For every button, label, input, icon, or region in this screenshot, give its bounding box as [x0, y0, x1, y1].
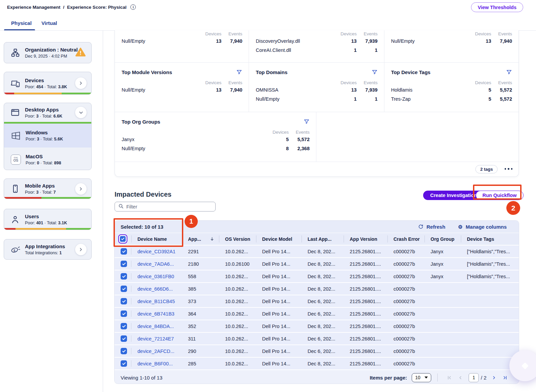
manage-columns-button[interactable]: ⚙ Manage columns — [458, 224, 507, 230]
ellipsis-icon[interactable] — [505, 168, 513, 170]
panel-row: Null/Empty137,940 — [122, 36, 242, 45]
table-row[interactable]: device_0361FB0 558 10.0.262... Dell Pro … — [115, 270, 519, 282]
row-checkbox[interactable] — [121, 298, 127, 304]
table-row[interactable]: device_CD392A1 2291 10.0.262... Dell Pro… — [115, 245, 519, 257]
impacted-devices-title: Impacted Devices — [115, 191, 171, 198]
device-name-link[interactable]: device_B6F00... — [137, 361, 173, 366]
svg-text:$: $ — [13, 248, 15, 252]
chevron-right-icon[interactable] — [75, 244, 87, 255]
select-all-checkbox[interactable] — [118, 234, 127, 243]
tags-button[interactable]: 2 tags — [475, 165, 498, 173]
first-page-button[interactable] — [447, 375, 452, 380]
filter-input[interactable] — [126, 204, 212, 209]
users-title: Users — [25, 214, 39, 219]
cell-org-group — [424, 283, 461, 295]
breadcrumb-experience-management[interactable]: Experience Management — [7, 5, 60, 10]
table-row[interactable]: device_84BDA... 352 10.0.262... Dell Pro… — [115, 320, 519, 332]
devices-stats: Poor: 454 · Total: 3.8K — [25, 85, 70, 89]
table-row[interactable]: device_B6F00... 285 10.0.262... Dell Pro… — [115, 357, 519, 369]
panel-crash-summary-2: DevicesEvents DiscoveryOverlay.dll137,93… — [249, 30, 384, 62]
chevron-right-icon[interactable] — [75, 183, 87, 195]
create-investigation-button[interactable]: Create Investigation — [423, 191, 484, 200]
tab-virtual[interactable]: Virtual — [41, 20, 57, 26]
table-header-row: Device Name App... OS Version Device Mod… — [115, 233, 519, 245]
row-checkbox[interactable] — [121, 323, 127, 329]
previous-page-button[interactable] — [458, 375, 463, 380]
filter-icon[interactable] — [372, 69, 378, 75]
cell-device-model: Dell Pro 14... — [256, 345, 302, 357]
column-header-app-version[interactable]: App Version — [344, 233, 387, 245]
cell-org-group — [424, 320, 461, 332]
cell-crash-error: c000027b — [387, 345, 424, 357]
chevron-down-icon[interactable] — [75, 107, 87, 118]
table-toolbar: Selected: 10 of 13 Refresh ⚙ Manage colu… — [115, 221, 519, 233]
device-name-link[interactable]: device_CD392A1 — [137, 249, 176, 254]
row-checkbox[interactable] — [121, 348, 127, 354]
experience-management-page: Experience Management / Experience Score… — [0, 0, 536, 392]
column-header-device-tags[interactable]: Device Tags — [461, 233, 519, 245]
row-checkbox[interactable] — [121, 311, 127, 317]
column-header-device-model[interactable]: Device Model — [256, 233, 302, 245]
row-checkbox[interactable] — [121, 335, 127, 342]
device-name-link[interactable]: device_0361FB0 — [137, 274, 174, 279]
table-row[interactable]: device_6B741B3 364 10.0.262... Dell Pro … — [115, 307, 519, 320]
page-input[interactable]: 1 — [469, 373, 479, 382]
row-checkbox[interactable] — [121, 286, 127, 292]
column-header-crash-error[interactable]: Crash Error — [387, 233, 424, 245]
device-name-link[interactable]: device_84BDA... — [137, 324, 174, 329]
organization-card[interactable]: Organization : Neutral Dec 9, 2025 · 4:0… — [4, 42, 92, 63]
cell-crash-error: c000027b — [387, 270, 424, 282]
table-row[interactable]: device_72124E7 311 10.0.262... Dell Pro … — [115, 332, 519, 345]
sort-descending-icon[interactable] — [210, 236, 214, 241]
filter-icon[interactable] — [304, 119, 310, 125]
filter-icon[interactable] — [236, 69, 242, 75]
table-row[interactable]: device_B11CB45 373 10.0.262... Dell Pro … — [115, 295, 519, 307]
cell-crash-error: c000027b — [387, 283, 424, 295]
cell-app-version: 2125.26801.... — [344, 283, 387, 295]
device-name-link[interactable]: device_7ADA6... — [137, 261, 174, 267]
filter-icon[interactable] — [506, 69, 512, 75]
cell-app-version: 2125.26801.... — [344, 333, 387, 345]
device-name-link[interactable]: device_B11CB45 — [137, 299, 175, 304]
chevron-right-icon[interactable] — [75, 77, 87, 89]
table-row[interactable]: device_666D6... 385 10.0.262... Dell Pro… — [115, 282, 519, 295]
device-name-link[interactable]: device_2AFCD... — [137, 349, 175, 354]
column-header-device-name[interactable]: Device Name — [131, 233, 182, 245]
filter-field[interactable] — [115, 202, 216, 211]
sidebar-item-macos[interactable]: macOS MacOS Poor: 0 · Total: 898 — [4, 148, 91, 170]
mobile-apps-card[interactable]: Mobile Apps Poor: 3 · Total: 7 — [4, 178, 92, 199]
desktop-apps-header[interactable]: Desktop Apps Poor: 3 · Total: 6.6K — [4, 103, 91, 122]
next-page-button[interactable] — [492, 375, 497, 380]
row-checkbox[interactable] — [121, 261, 127, 267]
tab-physical[interactable]: Physical — [11, 20, 32, 26]
sidebar-item-windows[interactable]: Windows Poor: 3 · Total: 5.6K — [4, 124, 91, 148]
row-checkbox[interactable] — [121, 248, 127, 255]
run-quickflow-button[interactable]: Run Quickflow — [476, 191, 524, 200]
cell-device-tags — [461, 333, 519, 345]
items-per-page-select[interactable]: 10 — [412, 373, 431, 382]
cell-app-count: 364 — [182, 308, 219, 320]
table-row[interactable]: device_2AFCD... 290 10.0.262... Dell Pro… — [115, 345, 519, 357]
info-icon[interactable]: i — [130, 4, 136, 10]
column-header-os-version[interactable]: OS Version — [219, 233, 256, 245]
view-thresholds-button[interactable]: View Thresholds — [471, 2, 523, 12]
panel-top-org-groups: Top Org Groups DevicesEvents Janyx55,572… — [115, 112, 316, 162]
column-header-last-app[interactable]: Last App... — [302, 233, 344, 245]
users-card[interactable]: Users Poor: 401 · Total: 3.1K — [4, 209, 92, 230]
row-checkbox[interactable] — [121, 360, 127, 367]
device-name-link[interactable]: device_6B741B3 — [137, 311, 175, 317]
panel-crash-summary-3: DevicesEvents Null/Empty137,940 — [384, 30, 518, 62]
app-integrations-card[interactable]: $ App Integrations Total Integrations: 1 — [4, 239, 92, 260]
device-name-link[interactable]: device_666D6... — [137, 286, 173, 292]
cell-org-group — [424, 345, 461, 357]
column-header-org-group[interactable]: Org Group — [424, 233, 461, 245]
device-name-link[interactable]: device_72124E7 — [137, 336, 174, 341]
refresh-button[interactable]: Refresh — [418, 224, 445, 230]
row-checkbox[interactable] — [121, 273, 127, 280]
users-icon — [10, 215, 20, 224]
devices-card[interactable]: Devices Poor: 454 · Total: 3.8K — [4, 72, 92, 95]
cell-crash-error: c000027b — [387, 308, 424, 320]
last-page-button[interactable] — [503, 375, 508, 380]
table-row[interactable]: device_7ADA6... 2180 10.0.26100 Dell Pro… — [115, 257, 519, 270]
column-header-app[interactable]: App... — [182, 233, 219, 245]
